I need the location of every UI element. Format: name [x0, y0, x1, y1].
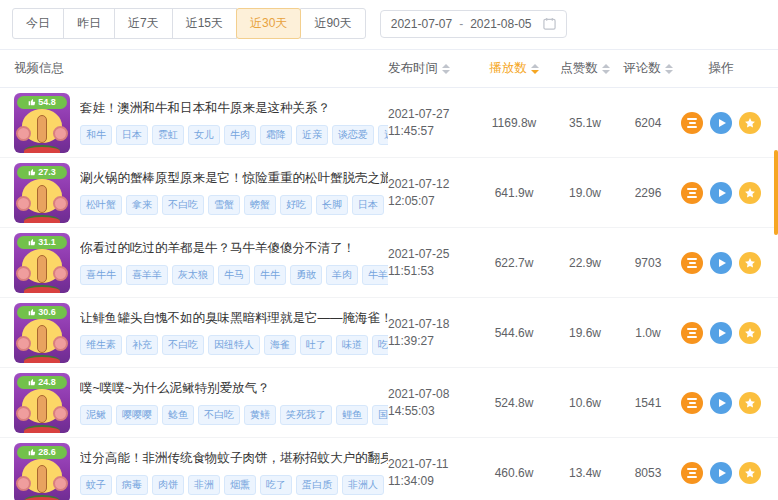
date-range-input[interactable]: 2021-07-07 - 2021-08-05: [380, 10, 567, 38]
play-icon[interactable]: [710, 112, 732, 134]
tag-pill[interactable]: 近亲结婚: [378, 125, 388, 145]
tag-pill[interactable]: 霓虹: [152, 125, 184, 145]
cartoon-watermelon: [24, 425, 60, 433]
tag-pill[interactable]: 蚊子: [80, 475, 112, 495]
tag-pill[interactable]: 黄鳝: [244, 405, 276, 425]
tag-pill[interactable]: 国宝: [372, 405, 388, 425]
filter-30days[interactable]: 近30天: [236, 8, 301, 39]
tag-pill[interactable]: 鲤鱼: [336, 405, 368, 425]
tag-pill[interactable]: 海雀: [264, 335, 296, 355]
tag-pill[interactable]: 肉饼: [152, 475, 184, 495]
tag-pill[interactable]: 嘤嘤嘤: [116, 405, 158, 425]
video-title[interactable]: 你看过的吃过的羊都是牛？马牛羊傻傻分不清了！: [80, 240, 388, 257]
favorite-star-icon[interactable]: [739, 252, 761, 274]
favorite-star-icon[interactable]: [739, 112, 761, 134]
tag-pill[interactable]: 蛋白质: [296, 475, 338, 495]
tag-pill[interactable]: 不白吃: [162, 335, 204, 355]
table-row: 27.3 涮火锅的蟹棒原型原来是它！惊险重重的松叶蟹脱壳之旅~ 松叶蟹拿来不白吃…: [0, 158, 778, 228]
header-publish-time[interactable]: 发布时间: [388, 60, 476, 77]
header-likes[interactable]: 点赞数: [552, 60, 618, 77]
tag-pill[interactable]: 松叶蟹: [80, 195, 122, 215]
play-icon[interactable]: [710, 392, 732, 414]
video-title[interactable]: 过分高能！非洲传统食物蚊子肉饼，堪称招蚊大户的翻身菜！: [80, 450, 388, 467]
header-plays[interactable]: 播放数: [476, 60, 552, 77]
video-thumbnail[interactable]: 30.6: [14, 303, 70, 363]
tag-pill[interactable]: 谈恋爱: [332, 125, 374, 145]
tag-pill[interactable]: 羊肉: [326, 265, 358, 285]
tag-pill[interactable]: 鲶鱼: [162, 405, 194, 425]
tag-pill[interactable]: 吐了: [300, 335, 332, 355]
sort-icon-comments[interactable]: [665, 64, 673, 74]
favorite-star-icon[interactable]: [739, 462, 761, 484]
tag-pill[interactable]: 牛牛: [254, 265, 286, 285]
tag-pill[interactable]: 近亲: [296, 125, 328, 145]
tag-pill[interactable]: 螃蟹: [244, 195, 276, 215]
tag-pill[interactable]: 补充: [126, 335, 158, 355]
video-thumbnail[interactable]: 24.8: [14, 373, 70, 433]
tag-pill[interactable]: 灰太狼: [172, 265, 214, 285]
tag-pill[interactable]: 女儿: [188, 125, 220, 145]
tag-pill[interactable]: 日本: [352, 195, 384, 215]
video-title[interactable]: 涮火锅的蟹棒原型原来是它！惊险重重的松叶蟹脱壳之旅~: [80, 170, 388, 187]
sort-icon-publish[interactable]: [442, 64, 450, 74]
play-icon[interactable]: [710, 182, 732, 204]
play-icon[interactable]: [710, 252, 732, 274]
tag-pill[interactable]: 和牛: [80, 125, 112, 145]
data-list-icon[interactable]: [681, 462, 703, 484]
tag-pill[interactable]: 烟熏: [224, 475, 256, 495]
cartoon-sausage: [37, 255, 47, 283]
video-thumbnail[interactable]: 28.6: [14, 443, 70, 500]
tag-pill[interactable]: 不白吃: [198, 405, 240, 425]
tag-pill[interactable]: 日本: [116, 125, 148, 145]
tag-pill[interactable]: 笑死我了: [280, 405, 332, 425]
filter-15days[interactable]: 近15天: [172, 8, 237, 39]
tag-pill[interactable]: 泥鳅: [80, 405, 112, 425]
tag-pill[interactable]: 吃饭: [372, 335, 388, 355]
video-thumbnail[interactable]: 31.1: [14, 233, 70, 293]
video-title[interactable]: 让鲱鱼罐头自愧不如的臭味黑暗料理就是它——腌海雀！: [80, 310, 388, 327]
filter-yesterday[interactable]: 昨日: [63, 8, 115, 39]
video-title[interactable]: 噗~噗噗~为什么泥鳅特别爱放气？: [80, 380, 388, 397]
play-icon[interactable]: [710, 322, 732, 344]
score-badge: 24.8: [17, 376, 67, 389]
video-thumbnail[interactable]: 27.3: [14, 163, 70, 223]
sort-icon-likes[interactable]: [602, 64, 610, 74]
tag-pill[interactable]: 好吃: [280, 195, 312, 215]
tag-pill[interactable]: 不白吃: [162, 195, 204, 215]
data-list-icon[interactable]: [681, 392, 703, 414]
tag-pill[interactable]: 吃了: [260, 475, 292, 495]
sort-icon-plays[interactable]: [531, 64, 539, 74]
tag-pill[interactable]: 霜降: [260, 125, 292, 145]
tag-pill[interactable]: 因纽特人: [208, 335, 260, 355]
data-list-icon[interactable]: [681, 112, 703, 134]
tag-pill[interactable]: 病毒: [116, 475, 148, 495]
filter-today[interactable]: 今日: [12, 8, 64, 39]
favorite-star-icon[interactable]: [739, 392, 761, 414]
tag-pill[interactable]: 非洲人: [342, 475, 384, 495]
data-list-icon[interactable]: [681, 322, 703, 344]
tag-pill[interactable]: 牛羊: [362, 265, 388, 285]
tag-pill[interactable]: 拿来: [126, 195, 158, 215]
tag-pill[interactable]: 牛肉: [224, 125, 256, 145]
filter-7days[interactable]: 近7天: [114, 8, 173, 39]
filter-90days[interactable]: 近90天: [300, 8, 365, 39]
header-comments[interactable]: 评论数: [618, 60, 678, 77]
vertical-scrollbar-thumb[interactable]: [774, 150, 778, 235]
tag-pill[interactable]: 喜牛牛: [80, 265, 122, 285]
tag-pill[interactable]: 长脚: [316, 195, 348, 215]
calendar-icon: [543, 17, 556, 30]
tag-pill[interactable]: 维生素: [80, 335, 122, 355]
play-icon[interactable]: [710, 462, 732, 484]
tag-pill[interactable]: 喜羊羊: [126, 265, 168, 285]
video-thumbnail[interactable]: 54.8: [14, 93, 70, 153]
favorite-star-icon[interactable]: [739, 322, 761, 344]
tag-pill[interactable]: 雪蟹: [208, 195, 240, 215]
tag-pill[interactable]: 勇敢: [290, 265, 322, 285]
data-list-icon[interactable]: [681, 182, 703, 204]
data-list-icon[interactable]: [681, 252, 703, 274]
video-title[interactable]: 套娃！澳洲和牛和日本和牛原来是这种关系？: [80, 100, 388, 117]
tag-pill[interactable]: 牛马: [218, 265, 250, 285]
tag-pill[interactable]: 味道: [336, 335, 368, 355]
tag-pill[interactable]: 非洲: [188, 475, 220, 495]
favorite-star-icon[interactable]: [739, 182, 761, 204]
